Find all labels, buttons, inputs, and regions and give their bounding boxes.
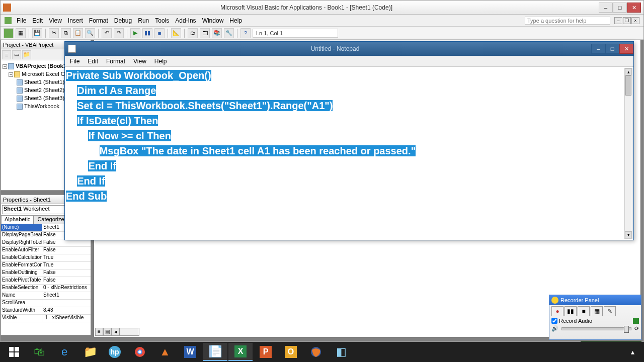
property-value[interactable]: True [42, 262, 91, 269]
code-line[interactable]: Dim cl As Range [66, 83, 632, 98]
code-line[interactable]: MsgBox "The date in Sheet1 cell A1 has b… [66, 143, 632, 158]
maximize-button[interactable]: □ [613, 3, 627, 13]
taskbar-outlook[interactable]: O [279, 343, 303, 361]
tree-thisworkbook[interactable]: ThisWorkbook [24, 103, 59, 109]
code-line[interactable]: Private Sub Workbook_Open() [66, 68, 632, 83]
property-row[interactable]: Visible-1 - xlSheetVisible [1, 315, 91, 322]
notepad-text-area[interactable]: Private Sub Workbook_Open() Dim cl As Ra… [65, 67, 633, 240]
scroll-left-icon[interactable]: ◂ [111, 328, 119, 336]
np-close-button[interactable]: ✕ [619, 44, 633, 54]
mdi-minimize-button[interactable]: – [614, 17, 622, 24]
notepad-scrollbar[interactable]: ▴ ▾ [624, 68, 632, 239]
taskbar-powerpoint[interactable]: P [254, 343, 278, 361]
mdi-close-button[interactable]: × [631, 17, 639, 24]
taskbar-hp[interactable]: hp [103, 343, 127, 361]
project-explorer-button[interactable]: 🗂 [188, 28, 198, 38]
property-value[interactable]: True [42, 254, 91, 261]
property-value[interactable]: -1 - xlSheetVisible [42, 315, 91, 322]
code-line[interactable]: End If [66, 173, 632, 189]
code-line[interactable]: End Sub [66, 189, 632, 204]
undo-button[interactable]: ↶ [102, 28, 112, 38]
property-row[interactable]: EnablePivotTableFalse [1, 277, 91, 285]
view-object-button[interactable]: ▭ [12, 50, 21, 59]
taskbar-ie[interactable]: e [52, 343, 76, 361]
property-row[interactable]: DisplayRightToLeftFalse [1, 239, 91, 247]
record-audio-input[interactable] [551, 318, 557, 324]
taskbar-firefox[interactable] [304, 343, 328, 361]
menu-window[interactable]: Window [199, 16, 227, 25]
taskbar-notepad[interactable]: 📄 [203, 343, 227, 361]
property-row[interactable]: ScrollArea [1, 300, 91, 307]
reset-button[interactable]: ■ [154, 28, 165, 38]
cut-button[interactable]: ✂ [49, 28, 59, 38]
minimize-button[interactable]: – [599, 3, 613, 13]
scroll-up-icon[interactable]: ▴ [625, 68, 632, 75]
np-minimize-button[interactable]: – [591, 44, 605, 54]
menu-edit[interactable]: Edit [29, 16, 46, 25]
menu-help[interactable]: Help [226, 16, 245, 25]
design-mode-button[interactable]: 📐 [171, 28, 181, 38]
taskbar-store[interactable]: 🛍 [27, 343, 51, 361]
tray-up-icon[interactable]: ▴ [631, 348, 639, 356]
tab-alphabetic[interactable]: Alphabetic [1, 215, 34, 224]
pause-button[interactable]: ▮▮ [565, 306, 577, 316]
property-value[interactable]: False [42, 239, 91, 246]
scroll-down-icon[interactable]: ▾ [625, 231, 632, 238]
property-row[interactable]: EnableSelection0 - xlNoRestrictions [1, 285, 91, 292]
taskbar-word[interactable]: W [178, 343, 202, 361]
property-row[interactable]: StandardWidth8.43 [1, 307, 91, 315]
insert-module-button[interactable]: ▦ [16, 28, 26, 38]
taskbar-excel[interactable]: X [228, 343, 253, 361]
start-button[interactable] [2, 343, 26, 361]
code-line[interactable]: Set cl = ThisWorkbook.Sheets("Sheet1").R… [66, 98, 632, 113]
taskbar-vlc[interactable]: ▲ [153, 343, 177, 361]
menu-view[interactable]: View [46, 16, 65, 25]
break-button[interactable]: ▮▮ [142, 28, 152, 38]
taskbar-chrome[interactable] [128, 343, 152, 361]
taskbar-explorer[interactable]: 📁 [77, 343, 102, 361]
np-maximize-button[interactable]: □ [605, 44, 619, 54]
taskbar-app[interactable]: ◧ [329, 343, 353, 361]
recorder-title[interactable]: Recorder Panel [549, 295, 641, 305]
property-row[interactable]: EnableOutliningFalse [1, 269, 91, 277]
recorder-panel[interactable]: Recorder Panel ● ▮▮ ■ ▦ ✎ Record Audio 🔊… [549, 295, 641, 340]
toolbox-button[interactable]: 🔧 [224, 28, 234, 38]
slider-knob[interactable] [624, 326, 629, 333]
vba-titlebar[interactable]: Microsoft Visual Basic for Applications … [1, 1, 643, 15]
record-audio-checkbox[interactable]: Record Audio [549, 317, 641, 324]
np-menu-format[interactable]: Format [103, 57, 128, 65]
np-menu-view[interactable]: View [130, 57, 149, 65]
property-value[interactable]: 0 - xlNoRestrictions [42, 285, 91, 292]
notepad-titlebar[interactable]: Untitled - Notepad – □ ✕ [65, 42, 633, 56]
view-excel-button[interactable] [4, 28, 14, 38]
code-view-full-icon[interactable]: ▤ [103, 328, 111, 336]
help-button[interactable]: ? [240, 28, 251, 38]
view-code-button[interactable]: ≡ [2, 50, 11, 59]
code-line[interactable]: End If [66, 158, 632, 173]
help-search-input[interactable] [525, 17, 610, 25]
property-row[interactable]: EnableAutoFilterFalse [1, 247, 91, 254]
volume-slider[interactable] [561, 327, 631, 330]
property-row[interactable]: NameSheet1 [1, 292, 91, 300]
copy-button[interactable]: ⧉ [61, 28, 71, 38]
menu-format[interactable]: Format [86, 16, 111, 25]
property-row[interactable]: EnableFormatConditionsTrue [1, 262, 91, 269]
property-value[interactable]: False [42, 277, 91, 284]
menu-tools[interactable]: Tools [152, 16, 172, 25]
code-view-proc-icon[interactable]: ≡ [95, 328, 103, 336]
code-line[interactable]: If IsDate(cl) Then [66, 113, 632, 128]
scroll-track[interactable] [119, 328, 139, 336]
property-value[interactable] [42, 300, 91, 307]
stop-button[interactable]: ■ [578, 306, 590, 316]
menu-debug[interactable]: Debug [111, 16, 135, 25]
properties-button[interactable]: 🗔 [200, 28, 210, 38]
settings-button[interactable]: ✎ [604, 306, 616, 316]
property-value[interactable]: False [42, 269, 91, 277]
np-menu-file[interactable]: File [67, 57, 83, 65]
paste-button[interactable]: 📋 [73, 28, 83, 38]
redo-button[interactable]: ↷ [114, 28, 124, 38]
property-value[interactable]: False [42, 247, 91, 254]
property-value[interactable]: Sheet1 [42, 292, 91, 299]
property-value[interactable]: 8.43 [42, 307, 91, 314]
menu-addins[interactable]: Add-Ins [172, 16, 199, 25]
